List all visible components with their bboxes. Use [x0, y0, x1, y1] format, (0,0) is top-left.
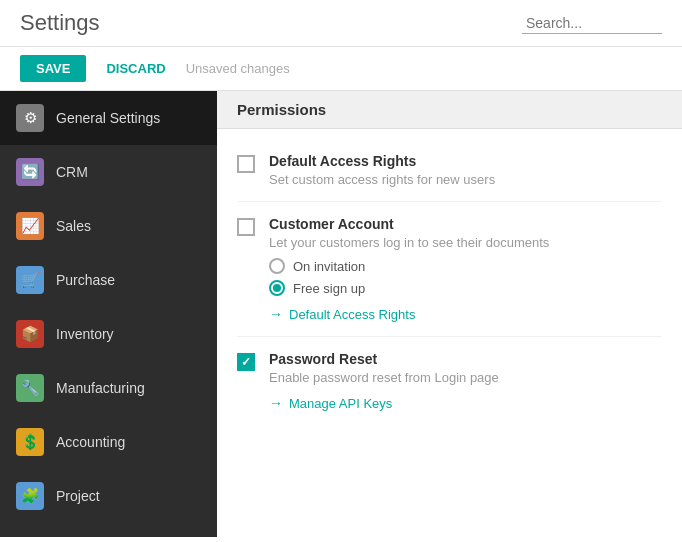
- checkbox-password-reset[interactable]: [237, 353, 255, 371]
- save-button[interactable]: SAVE: [20, 55, 86, 82]
- setting-row-password-reset: Password ResetEnable password reset from…: [237, 337, 662, 425]
- setting-row-customer-account: Customer AccountLet your customers log i…: [237, 202, 662, 337]
- checkbox-box-customer-account[interactable]: [237, 218, 255, 236]
- radio-circle-0: [269, 258, 285, 274]
- accounting-icon: 💲: [16, 428, 44, 456]
- link-text-password-reset: Manage API Keys: [289, 396, 392, 411]
- radio-item-customer-account-0[interactable]: On invitation: [269, 258, 662, 274]
- setting-info-default-access: Default Access RightsSet custom access r…: [269, 153, 662, 187]
- radio-label-1: Free sign up: [293, 281, 365, 296]
- settings-body: Default Access RightsSet custom access r…: [217, 129, 682, 435]
- page-title: Settings: [20, 10, 100, 36]
- setting-info-customer-account: Customer AccountLet your customers log i…: [269, 216, 662, 322]
- setting-desc-customer-account: Let your customers log in to see their d…: [269, 235, 662, 250]
- top-bar: Settings: [0, 0, 682, 47]
- radio-group-customer-account: On invitationFree sign up: [269, 258, 662, 296]
- setting-title-default-access: Default Access Rights: [269, 153, 662, 169]
- discard-button[interactable]: DISCARD: [96, 55, 175, 82]
- checkbox-box-default-access[interactable]: [237, 155, 255, 173]
- sidebar-item-general[interactable]: ⚙General Settings: [0, 91, 217, 145]
- sidebar: ⚙General Settings🔄CRM📈Sales🛒Purchase📦Inv…: [0, 91, 217, 537]
- checkbox-default-access[interactable]: [237, 155, 255, 173]
- link-text-customer-account: Default Access Rights: [289, 307, 415, 322]
- general-icon: ⚙: [16, 104, 44, 132]
- radio-label-0: On invitation: [293, 259, 365, 274]
- sidebar-label-purchase: Purchase: [56, 272, 115, 288]
- sidebar-item-project[interactable]: 🧩Project: [0, 469, 217, 523]
- radio-item-customer-account-1[interactable]: Free sign up: [269, 280, 662, 296]
- arrow-icon-customer-account: →: [269, 306, 283, 322]
- sidebar-label-project: Project: [56, 488, 100, 504]
- project-icon: 🧩: [16, 482, 44, 510]
- checkbox-customer-account[interactable]: [237, 218, 255, 236]
- sidebar-item-accounting[interactable]: 💲Accounting: [0, 415, 217, 469]
- setting-desc-password-reset: Enable password reset from Login page: [269, 370, 662, 385]
- sidebar-label-general: General Settings: [56, 110, 160, 126]
- manufacturing-icon: 🔧: [16, 374, 44, 402]
- sidebar-label-inventory: Inventory: [56, 326, 114, 342]
- setting-title-customer-account: Customer Account: [269, 216, 662, 232]
- search-input[interactable]: [522, 13, 662, 34]
- sidebar-item-sales[interactable]: 📈Sales: [0, 199, 217, 253]
- setting-desc-default-access: Set custom access rights for new users: [269, 172, 662, 187]
- inventory-icon: 📦: [16, 320, 44, 348]
- sidebar-item-crm[interactable]: 🔄CRM: [0, 145, 217, 199]
- radio-circle-1: [269, 280, 285, 296]
- unsaved-label: Unsaved changes: [186, 61, 290, 76]
- sales-icon: 📈: [16, 212, 44, 240]
- sidebar-label-crm: CRM: [56, 164, 88, 180]
- main-layout: ⚙General Settings🔄CRM📈Sales🛒Purchase📦Inv…: [0, 91, 682, 537]
- setting-title-password-reset: Password Reset: [269, 351, 662, 367]
- purchase-icon: 🛒: [16, 266, 44, 294]
- sidebar-item-inventory[interactable]: 📦Inventory: [0, 307, 217, 361]
- sidebar-item-manufacturing[interactable]: 🔧Manufacturing: [0, 361, 217, 415]
- toolbar: SAVE DISCARD Unsaved changes: [0, 47, 682, 91]
- link-customer-account[interactable]: →Default Access Rights: [269, 306, 662, 322]
- checkbox-box-password-reset[interactable]: [237, 353, 255, 371]
- sidebar-label-manufacturing: Manufacturing: [56, 380, 145, 396]
- link-password-reset[interactable]: →Manage API Keys: [269, 395, 662, 411]
- sidebar-label-sales: Sales: [56, 218, 91, 234]
- sidebar-item-purchase[interactable]: 🛒Purchase: [0, 253, 217, 307]
- section-header: Permissions: [217, 91, 682, 129]
- setting-info-password-reset: Password ResetEnable password reset from…: [269, 351, 662, 411]
- sidebar-label-accounting: Accounting: [56, 434, 125, 450]
- crm-icon: 🔄: [16, 158, 44, 186]
- content-area: Permissions Default Access RightsSet cus…: [217, 91, 682, 537]
- setting-row-default-access: Default Access RightsSet custom access r…: [237, 139, 662, 202]
- arrow-icon-password-reset: →: [269, 395, 283, 411]
